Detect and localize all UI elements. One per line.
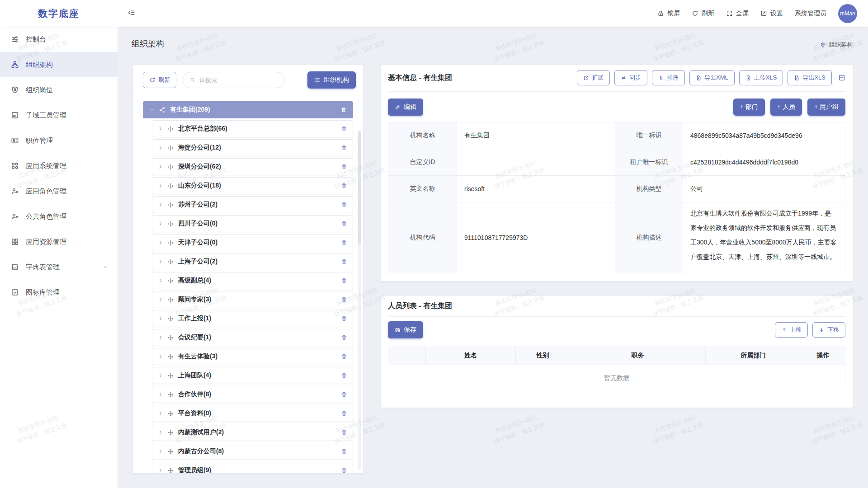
tree-scrollbar-thumb[interactable] [358,131,361,244]
lock-screen-button[interactable]: 锁屏 [657,9,680,18]
drag-handle-icon[interactable] [168,449,174,455]
tree-node[interactable]: 山东分公司(18) [152,177,353,194]
save-button[interactable]: 保存 [388,321,423,338]
sidebar-item-subdomain-admins[interactable]: 子域三员管理 [0,103,118,128]
drag-handle-icon[interactable] [168,411,174,417]
chevron-right-icon[interactable] [158,297,163,302]
trash-icon[interactable] [341,239,347,246]
trash-icon[interactable] [341,353,347,360]
tree-node[interactable]: 管理员组(9) [152,462,353,473]
move-up-button[interactable]: 上移 [775,322,808,338]
drag-handle-icon[interactable] [168,183,174,189]
trash-icon[interactable] [341,315,347,322]
sidebar-item-app-role[interactable]: 应用角色管理 [0,178,118,204]
fullscreen-button[interactable]: 全屏 [726,9,749,18]
drag-handle-icon[interactable] [168,164,174,170]
tree-root-node[interactable]: 有生集团(209) [143,101,353,118]
tree-node[interactable]: 上海团队(4) [152,367,353,384]
chevron-right-icon[interactable] [158,126,163,131]
chevron-right-icon[interactable] [158,278,163,283]
export-xls-button[interactable]: 导出XLS [788,70,832,85]
drag-handle-icon[interactable] [168,126,174,132]
tree-scrollbar[interactable] [358,131,361,469]
sidebar-item-dictionary[interactable]: 字典表管理 [0,254,118,280]
tree-node[interactable]: 合作伙伴(8) [152,386,353,403]
sidebar-item-app-system[interactable]: 应用系统管理 [0,153,118,178]
chevron-right-icon[interactable] [158,316,163,321]
trash-icon[interactable] [341,372,347,379]
trash-icon[interactable] [341,183,347,189]
tree-node[interactable]: 内蒙测试用户(2) [152,424,353,441]
tree-node[interactable]: 平台资料(0) [152,405,353,422]
upload-xls-button[interactable]: 上传XLS [739,70,783,85]
trash-icon[interactable] [341,164,347,170]
drag-handle-icon[interactable] [168,259,174,265]
tree-node[interactable]: 内蒙古分公司(8) [152,443,353,460]
drag-handle-icon[interactable] [168,202,174,208]
drag-handle-icon[interactable] [168,297,174,303]
chevron-down-icon[interactable] [149,107,155,113]
chevron-right-icon[interactable] [158,259,163,264]
drag-handle-icon[interactable] [168,373,174,379]
tree-node[interactable]: 顾问专家(3) [152,291,353,308]
current-user-name[interactable]: 系统管理员 [795,9,826,18]
drag-handle-icon[interactable] [168,278,174,284]
drag-handle-icon[interactable] [168,240,174,246]
tree-node[interactable]: 有生云体验(3) [152,348,353,365]
sidebar-item-console[interactable]: 控制台 [0,27,118,52]
trash-icon[interactable] [341,277,347,284]
edit-button[interactable]: 编辑 [388,99,423,116]
tree-node[interactable]: 四川子公司(0) [152,215,353,232]
expand-button[interactable]: 扩展 [577,70,610,85]
tree-node[interactable]: 海淀分公司(12) [152,139,353,156]
trash-icon[interactable] [341,467,347,473]
drag-handle-icon[interactable] [168,430,174,436]
tree-node[interactable]: 会议纪要(1) [152,329,353,346]
chevron-right-icon[interactable] [158,354,163,359]
chevron-right-icon[interactable] [158,240,163,245]
settings-button[interactable]: 设置 [760,9,783,18]
user-avatar[interactable]: mMan [838,4,857,23]
drag-handle-icon[interactable] [168,354,174,360]
trash-icon[interactable] [341,334,347,341]
tree-node[interactable]: 天津子公司(0) [152,234,353,251]
trash-icon[interactable] [341,391,347,398]
refresh-page-button[interactable]: 刷新 [692,9,714,18]
trash-icon[interactable] [341,410,347,417]
chevron-right-icon[interactable] [158,183,163,188]
trash-icon[interactable] [341,258,347,265]
sidebar-fold-button[interactable] [127,9,136,18]
chevron-right-icon[interactable] [158,335,163,340]
drag-handle-icon[interactable] [168,221,174,227]
chevron-right-icon[interactable] [158,373,163,378]
sidebar-item-org-position[interactable]: 组织岗位 [0,77,118,103]
chevron-right-icon[interactable] [158,145,163,150]
tree-node[interactable]: 苏州子公司(2) [152,196,353,213]
sort-button[interactable]: 排序 [652,70,685,85]
org-type-button[interactable]: 组织机构 [307,71,356,89]
tree-node[interactable]: 北京平台总部(66) [152,120,353,137]
trash-icon[interactable] [341,202,347,208]
tree-node[interactable]: 工作上报(1) [152,310,353,327]
tree-node[interactable]: 高级副总(4) [152,272,353,289]
drag-handle-icon[interactable] [168,145,174,151]
trash-icon[interactable] [341,448,347,455]
trash-icon[interactable] [341,126,347,132]
tree-search-input[interactable] [199,77,267,84]
drag-handle-icon[interactable] [168,316,174,322]
trash-icon[interactable] [341,145,347,151]
add-user-group-button[interactable]: + 用户组 [807,99,845,116]
add-person-button[interactable]: + 人员 [770,99,802,116]
tree-node[interactable]: 上海子公司(2) [152,253,353,270]
collapse-card-icon[interactable] [838,74,845,81]
move-down-button[interactable]: 下移 [812,322,845,338]
chevron-right-icon[interactable] [158,221,163,226]
chevron-right-icon[interactable] [158,468,163,473]
export-xml-button[interactable]: 导出XML [689,70,735,85]
sidebar-item-public-role[interactable]: 公共角色管理 [0,204,118,229]
chevron-right-icon[interactable] [158,202,163,207]
trash-icon[interactable] [341,429,347,436]
chevron-right-icon[interactable] [158,164,163,169]
sidebar-item-position-management[interactable]: 职位管理 [0,128,118,153]
tree-refresh-button[interactable]: 刷新 [143,72,176,88]
